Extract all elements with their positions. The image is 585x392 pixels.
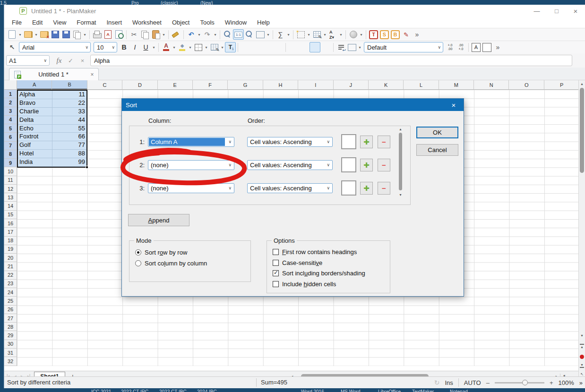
insert-table-caret-icon[interactable]: ▾ <box>266 33 271 37</box>
table-row[interactable]: India99 <box>18 158 86 167</box>
column-header-p[interactable]: P <box>544 80 579 90</box>
criterion-2-color-swatch[interactable] <box>341 157 356 172</box>
row-header-25[interactable]: 25 <box>4 297 17 305</box>
chevron-down-icon[interactable]: ∨ <box>43 58 47 63</box>
row-header-1[interactable]: 1 <box>4 90 17 98</box>
search-icon[interactable] <box>222 29 233 40</box>
row-header-5[interactable]: 5 <box>4 124 17 133</box>
menu-tools[interactable]: Tools <box>195 18 219 27</box>
paste-caret-icon[interactable]: ▾ <box>161 33 166 37</box>
row-header-20[interactable]: 20 <box>4 254 17 262</box>
row-header-24[interactable]: 24 <box>4 288 17 297</box>
duplicate-caret-icon[interactable]: ▾ <box>82 33 87 37</box>
checkbox-icon[interactable] <box>273 270 279 276</box>
column-header-n[interactable]: N <box>474 80 509 90</box>
font-color-icon[interactable] <box>161 42 172 52</box>
criteria-scrollbar[interactable]: ▴ ▾ <box>397 127 404 197</box>
pointer-icon[interactable]: ↖ <box>7 42 17 52</box>
fill-color-caret-icon[interactable]: ▾ <box>188 45 193 50</box>
table-row[interactable]: Alpha11 <box>18 91 86 99</box>
cell-b6[interactable]: 66 <box>52 133 86 141</box>
insert-frame-caret-icon[interactable]: ▾ <box>306 33 311 37</box>
checkbox-icon[interactable] <box>273 249 279 255</box>
function-wizard-icon[interactable]: fx <box>53 57 65 65</box>
scroll-down-icon[interactable]: ▾ <box>579 333 585 338</box>
criterion-1-order-select[interactable]: Cell values: Ascending∨ <box>247 137 333 147</box>
add-decimal-icon[interactable]: +.0.00 <box>445 42 456 52</box>
menu-format[interactable]: Format <box>71 18 101 27</box>
row-header-3[interactable]: 3 <box>4 107 17 116</box>
fill-handle[interactable] <box>86 166 88 169</box>
table-row[interactable]: Foxtrot66 <box>18 133 86 141</box>
cell-a1[interactable]: Alpha <box>18 91 52 99</box>
cell-b2[interactable]: 22 <box>52 99 86 107</box>
cell-b9[interactable]: 99 <box>52 158 86 166</box>
radio-icon[interactable] <box>135 249 141 256</box>
cell-format-caret-icon[interactable]: ▾ <box>220 45 225 50</box>
split-view-down-icon[interactable]: ▾ <box>580 363 584 368</box>
radio-sort-column-by-column[interactable]: Sort column by column <box>135 260 207 267</box>
zoom-original-icon[interactable] <box>233 29 244 40</box>
column-header-o[interactable]: O <box>509 80 544 90</box>
row-header-2[interactable]: 2 <box>4 98 17 107</box>
cell-a4[interactable]: Delta <box>18 116 52 124</box>
new-document-caret-icon[interactable]: ▾ <box>17 33 23 37</box>
table-row[interactable]: Bravo22 <box>18 99 86 108</box>
menu-view[interactable]: View <box>48 18 71 27</box>
print-preview-icon[interactable] <box>113 29 124 40</box>
table-row[interactable]: Charlie33 <box>18 108 86 116</box>
cell-a8[interactable]: Hotel <box>18 150 52 158</box>
zoom-out-button[interactable]: – <box>486 379 490 386</box>
criterion-3-add-button[interactable]: ✚ <box>360 182 373 195</box>
row-header-17[interactable]: 17 <box>4 228 17 236</box>
valign-middle-icon[interactable] <box>299 42 310 52</box>
row-header-32[interactable]: 32 <box>4 357 17 366</box>
criterion-1-color-swatch[interactable] <box>341 134 356 149</box>
cell-b7[interactable]: 77 <box>52 141 86 149</box>
menu-window[interactable]: Window <box>220 18 252 27</box>
cell-a7[interactable]: Golf <box>18 141 52 149</box>
sum-icon[interactable]: ∑ <box>275 29 286 40</box>
select-all-corner[interactable] <box>4 80 17 90</box>
row-header-4[interactable]: 4 <box>4 116 17 124</box>
append-button[interactable]: Append <box>128 214 189 226</box>
criterion-2-order-select[interactable]: Cell values: Ascending∨ <box>247 160 333 170</box>
format-as-table-caret-icon[interactable]: ▾ <box>322 33 327 37</box>
paste-icon[interactable] <box>150 29 161 40</box>
row-header-9[interactable]: 9 <box>4 159 17 167</box>
row-header-12[interactable]: 12 <box>4 185 17 193</box>
cell-style-combo[interactable]: Default∨ <box>364 42 443 52</box>
fill-color-icon[interactable] <box>177 42 188 52</box>
toolbar-overflow-icon[interactable]: » <box>412 29 422 40</box>
zoom-slider-thumb[interactable] <box>522 380 528 385</box>
column-header-a[interactable]: A <box>17 80 52 90</box>
checkbox-icon[interactable] <box>273 281 279 287</box>
underline-caret-icon[interactable]: ▾ <box>151 45 156 50</box>
row-header-26[interactable]: 26 <box>4 306 17 314</box>
edit-signature-icon[interactable] <box>401 29 412 40</box>
undo-icon[interactable]: ↶ <box>186 29 197 40</box>
row-header-16[interactable]: 16 <box>4 219 17 228</box>
checkbox-option-4[interactable]: Include hidden cells <box>273 281 336 288</box>
globe-icon[interactable] <box>348 29 359 40</box>
cell-a2[interactable]: Bravo <box>18 99 52 107</box>
cell-a9[interactable]: India <box>18 158 52 166</box>
scroll-up-icon[interactable]: ▴ <box>397 127 404 131</box>
align-right-icon[interactable] <box>262 42 273 52</box>
toolbar-overflow-icon[interactable]: » <box>492 42 503 52</box>
save-all-icon[interactable] <box>60 29 71 40</box>
cell-format-icon[interactable] <box>209 42 220 52</box>
dialog-title-bar[interactable]: Sort <box>122 99 464 111</box>
format-paintbrush-icon[interactable] <box>171 29 181 40</box>
merge-cells-caret-icon[interactable]: ▾ <box>357 45 362 50</box>
criterion-1-remove-button[interactable]: − <box>378 136 390 148</box>
cell-b5[interactable]: 55 <box>52 125 86 133</box>
checkbox-option-1[interactable]: First row contains headings <box>273 248 357 256</box>
row-header-10[interactable]: 10 <box>4 167 17 176</box>
wrap-text-icon[interactable] <box>336 42 346 52</box>
cell-selection[interactable]: Alpha11Bravo22Charlie33Delta44Echo55Foxt… <box>17 90 87 168</box>
borders-caret-icon[interactable]: ▾ <box>204 45 209 50</box>
menu-help[interactable]: Help <box>252 18 275 27</box>
cell-b1[interactable]: 11 <box>52 91 86 99</box>
valign-bottom-icon[interactable] <box>310 42 320 52</box>
